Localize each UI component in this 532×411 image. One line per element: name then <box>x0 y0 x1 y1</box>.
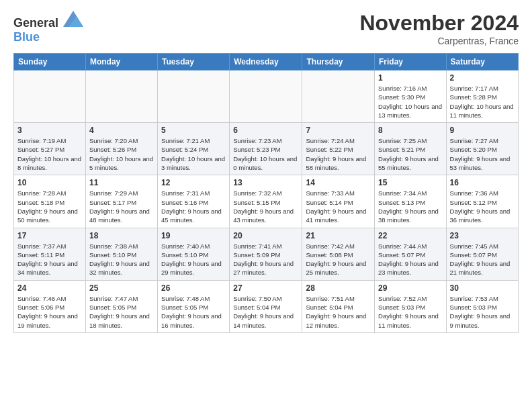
day-info: Sunrise: 7:52 AM Sunset: 5:03 PM Dayligh… <box>378 294 443 330</box>
col-wednesday: Wednesday <box>230 54 302 71</box>
col-friday: Friday <box>375 54 447 71</box>
calendar-cell: 2Sunrise: 7:17 AM Sunset: 5:28 PM Daylig… <box>446 71 518 123</box>
calendar-week-3: 10Sunrise: 7:28 AM Sunset: 5:18 PM Dayli… <box>14 175 519 228</box>
calendar-cell: 10Sunrise: 7:28 AM Sunset: 5:18 PM Dayli… <box>14 175 86 228</box>
day-info: Sunrise: 7:28 AM Sunset: 5:18 PM Dayligh… <box>17 189 82 224</box>
day-info: Sunrise: 7:29 AM Sunset: 5:17 PM Dayligh… <box>89 189 154 224</box>
day-info: Sunrise: 7:46 AM Sunset: 5:06 PM Dayligh… <box>17 294 82 330</box>
day-info: Sunrise: 7:44 AM Sunset: 5:07 PM Dayligh… <box>378 242 443 277</box>
day-info: Sunrise: 7:36 AM Sunset: 5:12 PM Dayligh… <box>450 189 515 224</box>
calendar-cell: 19Sunrise: 7:40 AM Sunset: 5:10 PM Dayli… <box>158 228 230 280</box>
calendar-cell: 5Sunrise: 7:21 AM Sunset: 5:24 PM Daylig… <box>158 123 230 175</box>
day-info: Sunrise: 7:42 AM Sunset: 5:08 PM Dayligh… <box>306 242 371 277</box>
calendar-cell: 17Sunrise: 7:37 AM Sunset: 5:11 PM Dayli… <box>14 228 86 280</box>
calendar-cell: 9Sunrise: 7:27 AM Sunset: 5:20 PM Daylig… <box>446 123 518 175</box>
calendar-cell <box>14 71 86 123</box>
day-number: 28 <box>306 283 371 293</box>
day-number: 14 <box>306 178 371 187</box>
day-info: Sunrise: 7:51 AM Sunset: 5:04 PM Dayligh… <box>306 294 371 330</box>
calendar-cell: 1Sunrise: 7:16 AM Sunset: 5:30 PM Daylig… <box>375 71 447 123</box>
subtitle: Carpentras, France <box>359 36 519 46</box>
month-title: November 2024 <box>359 11 519 36</box>
day-number: 16 <box>450 178 515 187</box>
day-info: Sunrise: 7:31 AM Sunset: 5:16 PM Dayligh… <box>161 189 226 224</box>
day-number: 8 <box>378 126 443 135</box>
calendar-cell: 21Sunrise: 7:42 AM Sunset: 5:08 PM Dayli… <box>302 228 375 280</box>
calendar-cell <box>302 71 375 123</box>
calendar-cell: 30Sunrise: 7:53 AM Sunset: 5:03 PM Dayli… <box>446 280 518 332</box>
calendar-cell: 7Sunrise: 7:24 AM Sunset: 5:22 PM Daylig… <box>302 123 375 175</box>
day-number: 27 <box>233 283 298 293</box>
day-info: Sunrise: 7:23 AM Sunset: 5:23 PM Dayligh… <box>233 136 298 172</box>
calendar-cell: 26Sunrise: 7:48 AM Sunset: 5:05 PM Dayli… <box>158 280 230 332</box>
calendar-cell: 24Sunrise: 7:46 AM Sunset: 5:06 PM Dayli… <box>14 280 86 332</box>
day-number: 13 <box>233 178 298 187</box>
calendar-cell: 18Sunrise: 7:38 AM Sunset: 5:10 PM Dayli… <box>85 228 157 280</box>
day-info: Sunrise: 7:45 AM Sunset: 5:07 PM Dayligh… <box>450 242 515 277</box>
calendar-table: Sunday Monday Tuesday Wednesday Thursday… <box>13 53 519 333</box>
calendar-cell: 25Sunrise: 7:47 AM Sunset: 5:05 PM Dayli… <box>85 280 157 332</box>
day-info: Sunrise: 7:47 AM Sunset: 5:05 PM Dayligh… <box>89 294 154 330</box>
day-number: 1 <box>378 73 443 83</box>
day-number: 21 <box>306 231 371 240</box>
calendar-cell: 13Sunrise: 7:32 AM Sunset: 5:15 PM Dayli… <box>230 175 302 228</box>
calendar-cell: 8Sunrise: 7:25 AM Sunset: 5:21 PM Daylig… <box>375 123 447 175</box>
day-info: Sunrise: 7:17 AM Sunset: 5:28 PM Dayligh… <box>450 84 515 120</box>
day-number: 7 <box>306 126 371 135</box>
calendar-cell <box>158 71 230 123</box>
calendar-week-5: 24Sunrise: 7:46 AM Sunset: 5:06 PM Dayli… <box>14 280 519 332</box>
day-info: Sunrise: 7:53 AM Sunset: 5:03 PM Dayligh… <box>450 294 515 330</box>
day-info: Sunrise: 7:24 AM Sunset: 5:22 PM Dayligh… <box>306 136 371 172</box>
day-info: Sunrise: 7:21 AM Sunset: 5:24 PM Dayligh… <box>161 136 226 172</box>
calendar-week-4: 17Sunrise: 7:37 AM Sunset: 5:11 PM Dayli… <box>14 228 519 280</box>
calendar-cell: 3Sunrise: 7:19 AM Sunset: 5:27 PM Daylig… <box>14 123 86 175</box>
logo-general: General <box>13 16 58 30</box>
calendar-cell: 15Sunrise: 7:34 AM Sunset: 5:13 PM Dayli… <box>375 175 447 228</box>
calendar-cell: 11Sunrise: 7:29 AM Sunset: 5:17 PM Dayli… <box>85 175 157 228</box>
calendar-cell: 4Sunrise: 7:20 AM Sunset: 5:26 PM Daylig… <box>85 123 157 175</box>
day-number: 4 <box>89 126 154 135</box>
day-info: Sunrise: 7:33 AM Sunset: 5:14 PM Dayligh… <box>306 189 371 224</box>
col-sunday: Sunday <box>14 54 86 71</box>
day-number: 12 <box>161 178 226 187</box>
logo: General Blue <box>13 11 83 44</box>
header: General Blue November 2024 Carpentras, F… <box>13 11 519 46</box>
calendar-cell: 27Sunrise: 7:50 AM Sunset: 5:04 PM Dayli… <box>230 280 302 332</box>
day-number: 22 <box>378 231 443 240</box>
day-number: 9 <box>450 126 515 135</box>
day-info: Sunrise: 7:41 AM Sunset: 5:09 PM Dayligh… <box>233 242 298 277</box>
header-row: Sunday Monday Tuesday Wednesday Thursday… <box>14 54 519 71</box>
day-number: 5 <box>161 126 226 135</box>
calendar-cell: 29Sunrise: 7:52 AM Sunset: 5:03 PM Dayli… <box>375 280 447 332</box>
col-tuesday: Tuesday <box>158 54 230 71</box>
day-info: Sunrise: 7:50 AM Sunset: 5:04 PM Dayligh… <box>233 294 298 330</box>
day-number: 2 <box>450 73 515 83</box>
col-thursday: Thursday <box>302 54 375 71</box>
logo-blue: Blue <box>13 30 40 44</box>
calendar-cell: 28Sunrise: 7:51 AM Sunset: 5:04 PM Dayli… <box>302 280 375 332</box>
day-number: 11 <box>89 178 154 187</box>
calendar-cell: 20Sunrise: 7:41 AM Sunset: 5:09 PM Dayli… <box>230 228 302 280</box>
day-number: 6 <box>233 126 298 135</box>
col-monday: Monday <box>85 54 157 71</box>
day-number: 3 <box>17 126 82 135</box>
day-number: 17 <box>17 231 82 240</box>
day-info: Sunrise: 7:40 AM Sunset: 5:10 PM Dayligh… <box>161 242 226 277</box>
logo-icon <box>63 11 83 27</box>
day-info: Sunrise: 7:48 AM Sunset: 5:05 PM Dayligh… <box>161 294 226 330</box>
day-info: Sunrise: 7:20 AM Sunset: 5:26 PM Dayligh… <box>89 136 154 172</box>
calendar-cell <box>230 71 302 123</box>
day-number: 10 <box>17 178 82 187</box>
logo-text: General Blue <box>13 11 83 44</box>
calendar-week-2: 3Sunrise: 7:19 AM Sunset: 5:27 PM Daylig… <box>14 123 519 175</box>
col-saturday: Saturday <box>446 54 518 71</box>
day-info: Sunrise: 7:32 AM Sunset: 5:15 PM Dayligh… <box>233 189 298 224</box>
day-number: 25 <box>89 283 154 293</box>
day-number: 15 <box>378 178 443 187</box>
calendar-week-1: 1Sunrise: 7:16 AM Sunset: 5:30 PM Daylig… <box>14 71 519 123</box>
page: General Blue November 2024 Carpentras, F… <box>0 0 532 340</box>
calendar-cell: 14Sunrise: 7:33 AM Sunset: 5:14 PM Dayli… <box>302 175 375 228</box>
calendar-cell: 6Sunrise: 7:23 AM Sunset: 5:23 PM Daylig… <box>230 123 302 175</box>
calendar-cell: 23Sunrise: 7:45 AM Sunset: 5:07 PM Dayli… <box>446 228 518 280</box>
day-info: Sunrise: 7:25 AM Sunset: 5:21 PM Dayligh… <box>378 136 443 172</box>
